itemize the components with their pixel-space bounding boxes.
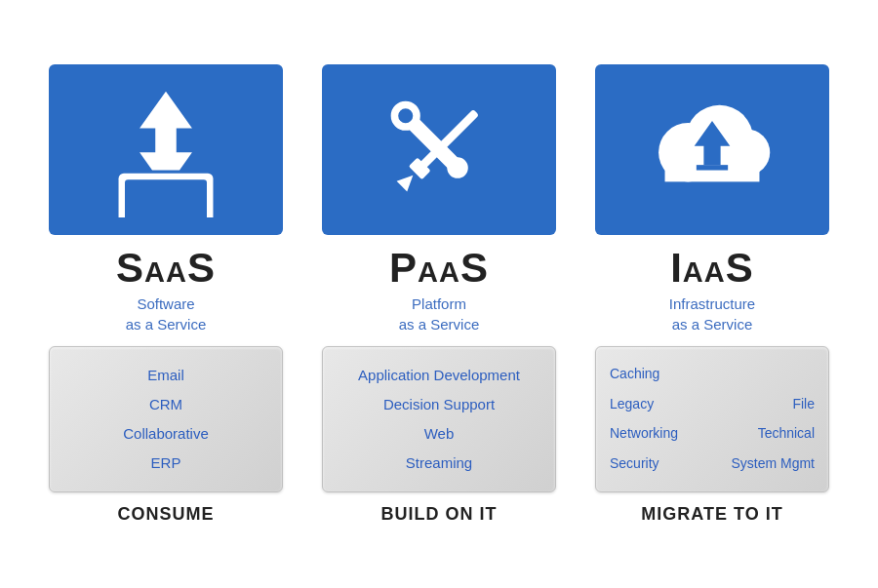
list-item: Decision Support [383, 393, 495, 416]
iaas-title: IaaS [670, 245, 754, 292]
list-item: Technical [714, 421, 815, 446]
list-item: Caching [610, 362, 815, 386]
svg-marker-1 [140, 152, 192, 170]
svg-rect-18 [697, 165, 728, 170]
iaas-icon [644, 81, 780, 217]
main-container: SaaS Software as a Service Email CRM Col… [20, 64, 858, 525]
list-item: CRM [149, 393, 182, 416]
paas-column: PaaS Platform as a Service Application D… [312, 64, 566, 492]
saas-title: SaaS [116, 245, 216, 292]
saas-icon [98, 81, 234, 217]
action-row: Consume Build On It Migrate To It [20, 504, 858, 525]
saas-icon-box [49, 64, 283, 235]
paas-icon [371, 81, 507, 217]
list-item: Collaborative [123, 422, 209, 446]
paas-title: PaaS [389, 245, 489, 292]
list-item: Web [424, 422, 455, 446]
iaas-column: IaaS Infrastructure as a Service Caching… [585, 64, 839, 492]
list-item: Legacy [610, 392, 710, 416]
saas-action: Consume [39, 504, 293, 525]
paas-list-box: Application Development Decision Support… [322, 346, 556, 492]
list-item: System Mgmt [714, 451, 815, 476]
list-item: Email [147, 364, 184, 387]
list-item: Networking [610, 421, 710, 446]
paas-icon-box [322, 64, 556, 235]
saas-column: SaaS Software as a Service Email CRM Col… [39, 64, 293, 492]
svg-marker-0 [140, 92, 192, 155]
top-row: SaaS Software as a Service Email CRM Col… [20, 64, 858, 492]
saas-desc: Software as a Service [126, 294, 207, 334]
iaas-icon-box [595, 64, 829, 235]
svg-rect-3 [125, 179, 207, 217]
saas-list-box: Email CRM Collaborative ERP [49, 346, 283, 492]
iaas-list-box: Caching Legacy File Networking Technical… [595, 346, 829, 492]
list-item: Streaming [406, 451, 472, 475]
iaas-desc: Infrastructure as a Service [669, 294, 755, 334]
list-item: ERP [151, 451, 181, 475]
paas-action: Build On It [312, 504, 566, 525]
paas-desc: Platform as a Service [399, 294, 480, 334]
list-item: Security [610, 451, 710, 476]
iaas-action: Migrate To It [585, 504, 839, 525]
list-item: File [714, 392, 815, 416]
list-item: Application Development [358, 364, 520, 387]
svg-marker-12 [397, 170, 419, 191]
